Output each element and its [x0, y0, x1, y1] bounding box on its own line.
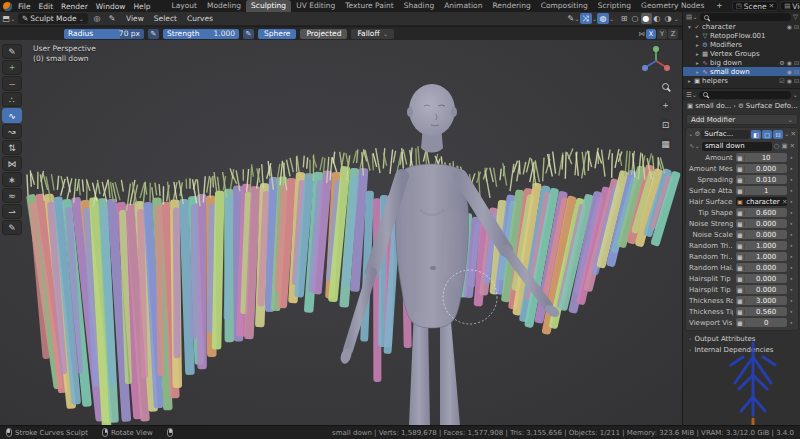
workspace-tab-texture-paint[interactable]: Texture Paint [340, 0, 398, 12]
tool-snake-hook[interactable]: ↝ [2, 124, 22, 139]
tool-delete[interactable]: − [2, 76, 22, 91]
attribute-toggle-icon[interactable]: ▦ [736, 287, 745, 293]
decorator-dot-icon[interactable]: • [787, 297, 795, 304]
decorator-dot-icon[interactable]: • [787, 231, 795, 238]
decorator-dot-icon[interactable]: • [787, 154, 795, 161]
mirror-z-toggle[interactable]: Z [668, 29, 678, 39]
properties-editor-type-icon[interactable]: ☰⌄ [686, 91, 697, 99]
tool-slide[interactable]: ⇀ [2, 204, 22, 219]
shading-material-icon[interactable]: ◐ [652, 13, 663, 24]
workspace-tab-compositing[interactable]: Compositing [536, 0, 593, 12]
attribute-toggle-icon[interactable]: ▦ [736, 232, 745, 238]
unlink-scene-icon[interactable]: ✕ [769, 2, 774, 10]
outliner-item-character[interactable]: ▾✓character◉⊡ [683, 22, 800, 31]
edit-mode-display-toggle[interactable]: ◧ [751, 130, 761, 139]
strength-pressure-icon[interactable]: ✎ [243, 29, 254, 39]
decorator-dot-icon[interactable]: • [787, 187, 795, 194]
camera-view-icon[interactable]: ⊡ [659, 118, 672, 131]
decorator-dot-icon[interactable]: • [787, 165, 795, 172]
value-field[interactable]: ▦0.000 [736, 285, 788, 294]
tool-annotate[interactable]: ✎ [2, 220, 22, 235]
panel-internal-dependencies[interactable]: ›Internal Dependencies [683, 344, 800, 355]
attribute-toggle-icon[interactable]: ▦ [736, 298, 745, 304]
outliner-item-small-down[interactable]: ▸∿small down◉⊡ [683, 67, 800, 76]
attribute-toggle-icon[interactable]: ▦ [736, 320, 745, 326]
workspace-tab-rendering[interactable]: Rendering [487, 0, 535, 12]
cam-icon[interactable]: ⊡ [794, 77, 799, 84]
add-workspace-tab[interactable]: + [711, 0, 727, 12]
properties-filter-icon[interactable]: ⌄ [793, 91, 798, 99]
copy-node-group-icon[interactable]: ▣ [781, 142, 787, 150]
eye-icon[interactable]: ◉ [787, 23, 792, 30]
value-field[interactable]: ▦0 [736, 318, 788, 327]
mirror-y-toggle[interactable]: Y [657, 29, 667, 39]
add-modifier-dropdown[interactable]: Add Modifier⌄ [686, 114, 798, 125]
menu-window[interactable]: Window [92, 2, 130, 11]
xray-toggle-icon[interactable]: ⊞ [619, 13, 630, 24]
value-field[interactable]: ▦0.560 [736, 307, 788, 316]
overlays-toggle-icon[interactable]: ◍ [597, 13, 609, 24]
attribute-toggle-icon[interactable]: ▦ [736, 309, 745, 315]
expander-icon[interactable]: ▸ [694, 33, 701, 39]
tool-add[interactable]: ＋ [2, 60, 22, 75]
workspace-tab-scripting[interactable]: Scripting [593, 0, 636, 12]
zoom-view-icon[interactable] [659, 80, 672, 93]
decorator-dot-icon[interactable]: • [787, 220, 795, 227]
projected-toggle[interactable]: Projected [300, 29, 347, 39]
attribute-toggle-icon[interactable]: ▦ [736, 221, 745, 227]
value-field[interactable]: ▦0.000 [736, 274, 788, 283]
workspace-tab-sculpting[interactable]: Sculpting [246, 0, 291, 12]
value-field[interactable]: ▦1.000 [736, 252, 788, 261]
decorator-dot-icon[interactable]: • [787, 198, 795, 205]
collapse-modifier-icon[interactable]: ⌄ [688, 130, 693, 138]
menu-render[interactable]: Render [57, 2, 92, 11]
workspace-tab-modeling[interactable]: Modeling [202, 0, 246, 12]
attribute-toggle-icon[interactable]: ▦ [736, 155, 745, 161]
sample-tool-icon[interactable]: ✎ [106, 13, 118, 24]
outliner-display-mode-icon[interactable]: ▤⌄ [686, 13, 698, 21]
outliner-item-RetopoFlow-001[interactable]: ▸▽RetopoFlow.001 [683, 31, 800, 40]
decorator-dot-icon[interactable]: • [787, 176, 795, 183]
expander-icon[interactable]: ▸ [694, 51, 701, 57]
editor-type-icon[interactable]: ⬒⌄ [3, 13, 15, 24]
attribute-toggle-icon[interactable]: ▦ [736, 254, 745, 260]
shading-dropdown-icon[interactable]: ⌄ [674, 15, 679, 23]
3d-viewport[interactable]: User Perspective (0) small down ✎＋−∴∿↝⇅⋈… [0, 40, 682, 425]
decorator-dot-icon[interactable]: • [787, 286, 795, 293]
decorator-dot-icon[interactable]: • [787, 209, 795, 216]
tool-density[interactable]: ∴ [2, 92, 22, 107]
attribute-toggle-icon[interactable]: ▦ [736, 210, 745, 216]
tool-smooth[interactable]: ≈ [2, 188, 22, 203]
falloff-dropdown[interactable]: Falloff⌄ [351, 29, 394, 39]
decorator-dot-icon[interactable]: • [787, 275, 795, 282]
workspace-tab-geometry-nodes[interactable]: Geometry Nodes [636, 0, 709, 12]
menu-file[interactable]: File [14, 2, 35, 11]
workspace-tab-shading[interactable]: Shading [399, 0, 439, 12]
tool-comb[interactable]: ∿ [2, 108, 22, 123]
outliner-item-helpers[interactable]: ▸▣helpers☑◉⊡ [683, 76, 800, 85]
workspace-tab-uv-editing[interactable]: UV Editing [291, 0, 340, 12]
menu-edit[interactable]: Edit [35, 2, 58, 11]
value-field[interactable]: ▦10 [736, 153, 788, 162]
radius-slider[interactable]: Radius70 px [64, 29, 144, 39]
cam-icon[interactable]: ⊡ [794, 59, 799, 66]
realtime-display-toggle[interactable]: ▢ [762, 130, 772, 139]
properties-search-input[interactable] [699, 91, 790, 99]
view-layer-selector[interactable]: ▤ View Layer ✕ [780, 1, 800, 11]
delete-modifier-icon[interactable]: ✕ [791, 130, 796, 138]
value-field[interactable]: ▦0.010 [736, 175, 788, 184]
mode-selector[interactable]: ✎ Sculpt Mode ⌄ [18, 13, 88, 24]
modifier-name-field[interactable]: Surfac... [701, 130, 750, 139]
tool-grow-shrink[interactable]: ⇅ [2, 140, 22, 155]
sphere-toggle[interactable]: Sphere [258, 29, 296, 39]
eye-icon[interactable]: ◉ [787, 59, 792, 66]
navigation-gizmo[interactable] [638, 43, 674, 79]
workspace-tab-animation[interactable]: Animation [439, 0, 487, 12]
value-field[interactable]: ▦0.000 [736, 263, 788, 272]
render-display-toggle[interactable]: ⊡ [773, 130, 783, 139]
shading-solid-icon[interactable]: ● [641, 13, 652, 24]
attribute-toggle-icon[interactable]: ▦ [736, 265, 745, 271]
viewport-menu-view[interactable]: View [121, 14, 149, 23]
value-field[interactable]: ▦1.000 [736, 241, 788, 250]
value-field[interactable]: ▦0.000 [736, 219, 788, 228]
